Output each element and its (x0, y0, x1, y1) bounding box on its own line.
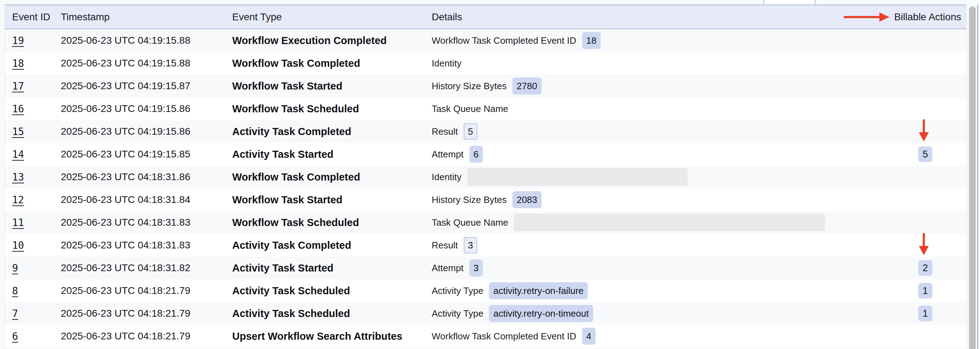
table-row[interactable]: 8 2025-06-23 UTC 04:18:21.79 Activity Ta… (5, 279, 966, 302)
detail-label: Result (432, 240, 458, 251)
event-details-cell: Identity (432, 166, 688, 188)
event-id-link[interactable]: 11 (12, 217, 24, 228)
event-id-link[interactable]: 12 (12, 194, 24, 206)
workflow-event-history-screen: Event ID Timestamp Event Type Details Bi… (0, 0, 980, 349)
billable-actions-cell (904, 29, 947, 52)
table-row[interactable]: 18 2025-06-23 UTC 04:19:15.88 Workflow T… (5, 52, 966, 75)
event-details-cell: Identity (432, 52, 461, 75)
event-timestamp: 2025-06-23 UTC 04:19:15.87 (61, 75, 190, 97)
column-header-details: Details (432, 5, 462, 29)
event-type: Activity Task Scheduled (232, 302, 350, 325)
cutoff-top-ui-segment (764, 0, 815, 5)
column-header-billable-actions: Billable Actions (844, 5, 961, 29)
event-id-cell: 18 (12, 52, 24, 75)
event-id-link[interactable]: 7 (12, 308, 18, 319)
detail-label: Workflow Task Completed Event ID (432, 331, 576, 342)
detail-label: Attempt (432, 263, 464, 274)
event-id-link[interactable]: 15 (12, 126, 24, 138)
table-row[interactable]: 6 2025-06-23 UTC 04:18:21.79 Upsert Work… (5, 325, 966, 347)
event-details-cell: History Size Bytes 2083 (432, 188, 542, 211)
event-id-cell: 16 (12, 97, 24, 120)
detail-label: Task Queue Name (432, 217, 508, 228)
event-type: Activity Task Completed (232, 234, 351, 257)
event-id-cell: 17 (12, 75, 24, 97)
event-timestamp: 2025-06-23 UTC 04:18:31.83 (61, 234, 190, 257)
billable-actions-cell (904, 325, 947, 347)
event-details-cell: History Size Bytes 2780 (432, 75, 542, 97)
event-id-cell: 15 (12, 120, 24, 143)
event-details-cell: Attempt 3 (432, 257, 483, 279)
annotation-arrow-down-icon (919, 233, 929, 255)
event-id-link[interactable]: 6 (12, 330, 18, 342)
detail-label: History Size Bytes (432, 81, 507, 92)
table-row[interactable]: 9 2025-06-23 UTC 04:18:31.82 Activity Ta… (5, 257, 966, 279)
event-id-link[interactable]: 8 (12, 285, 18, 297)
table-row[interactable]: 14 2025-06-23 UTC 04:19:15.85 Activity T… (5, 143, 966, 166)
event-id-link[interactable]: 10 (12, 240, 24, 251)
column-header-event-type: Event Type (232, 5, 282, 29)
event-id-cell: 6 (12, 325, 18, 347)
event-id-cell: 10 (12, 234, 24, 257)
billable-actions-cell: 1 (904, 279, 947, 302)
billable-actions-badge: 1 (918, 306, 932, 321)
event-details-cell: Task Queue Name (432, 97, 508, 120)
billable-actions-cell: 5 (904, 143, 947, 166)
table-row[interactable]: 7 2025-06-23 UTC 04:18:21.79 Activity Ta… (5, 302, 966, 325)
detail-value-chip: 4 (582, 328, 596, 345)
detail-value-chip: 2083 (512, 191, 542, 208)
event-type: Workflow Task Scheduled (232, 97, 359, 120)
event-timestamp: 2025-06-23 UTC 04:18:21.79 (61, 279, 190, 302)
column-header-event-id: Event ID (12, 5, 50, 29)
event-id-cell: 11 (12, 211, 24, 234)
table-row[interactable]: 16 2025-06-23 UTC 04:19:15.86 Workflow T… (5, 97, 966, 120)
detail-value-chip: 3 (469, 259, 483, 276)
event-id-link[interactable]: 14 (12, 149, 24, 160)
detail-label: Identity (432, 172, 461, 183)
event-id-link[interactable]: 17 (12, 80, 24, 92)
table-row[interactable]: 19 2025-06-23 UTC 04:19:15.88 Workflow E… (5, 29, 966, 52)
event-type: Activity Task Scheduled (232, 279, 350, 302)
event-id-link[interactable]: 18 (12, 57, 24, 69)
scrollbar-thumb[interactable] (969, 6, 976, 349)
detail-value-chip: activity.retry-on-timeout (489, 305, 593, 322)
table-row[interactable]: 11 2025-06-23 UTC 04:18:31.83 Workflow T… (5, 211, 966, 234)
detail-value-chip: activity.retry-on-failure (489, 282, 588, 299)
detail-value-chip: 5 (464, 123, 477, 140)
event-type: Workflow Execution Completed (232, 29, 387, 52)
event-id-link[interactable]: 19 (12, 35, 24, 46)
billable-actions-cell (904, 75, 947, 97)
table-row[interactable]: 13 2025-06-23 UTC 04:18:31.86 Workflow T… (5, 166, 966, 188)
event-type: Activity Task Started (232, 257, 334, 279)
event-type: Upsert Workflow Search Attributes (232, 325, 402, 347)
event-details-cell: Result 5 (432, 120, 477, 143)
table-row[interactable]: 10 2025-06-23 UTC 04:18:31.83 Activity T… (5, 234, 966, 257)
event-id-cell: 12 (12, 188, 24, 211)
event-timestamp: 2025-06-23 UTC 04:19:15.88 (61, 52, 190, 75)
detail-value-chip: 3 (464, 237, 477, 254)
event-type: Workflow Task Completed (232, 52, 360, 75)
table-row[interactable]: 12 2025-06-23 UTC 04:18:31.84 Workflow T… (5, 188, 966, 211)
redacted-value-box (467, 168, 688, 186)
billable-actions-badge: 2 (918, 260, 932, 276)
event-type: Workflow Task Started (232, 75, 342, 97)
table-row[interactable]: 17 2025-06-23 UTC 04:19:15.87 Workflow T… (5, 75, 966, 97)
event-timestamp: 2025-06-23 UTC 04:18:21.79 (61, 302, 190, 325)
event-id-link[interactable]: 13 (12, 171, 24, 183)
event-timestamp: 2025-06-23 UTC 04:18:31.84 (61, 188, 190, 211)
table-row[interactable]: 15 2025-06-23 UTC 04:19:15.86 Activity T… (5, 120, 966, 143)
detail-label: Activity Type (432, 308, 483, 319)
event-type: Workflow Task Scheduled (232, 211, 359, 234)
detail-label: History Size Bytes (432, 194, 507, 205)
billable-actions-cell (904, 52, 947, 75)
event-id-link[interactable]: 9 (12, 262, 18, 274)
billable-actions-cell (904, 166, 947, 188)
billable-actions-header-label: Billable Actions (894, 11, 961, 23)
column-header-timestamp: Timestamp (61, 5, 110, 29)
table-row-partial (5, 347, 966, 349)
event-timestamp: 2025-06-23 UTC 04:18:31.83 (61, 211, 190, 234)
detail-value-chip: 2780 (512, 78, 542, 95)
redacted-value-box (514, 214, 825, 232)
event-id-link[interactable]: 16 (12, 103, 24, 115)
event-id-cell: 8 (12, 279, 18, 302)
detail-label: Task Queue Name (432, 103, 508, 114)
